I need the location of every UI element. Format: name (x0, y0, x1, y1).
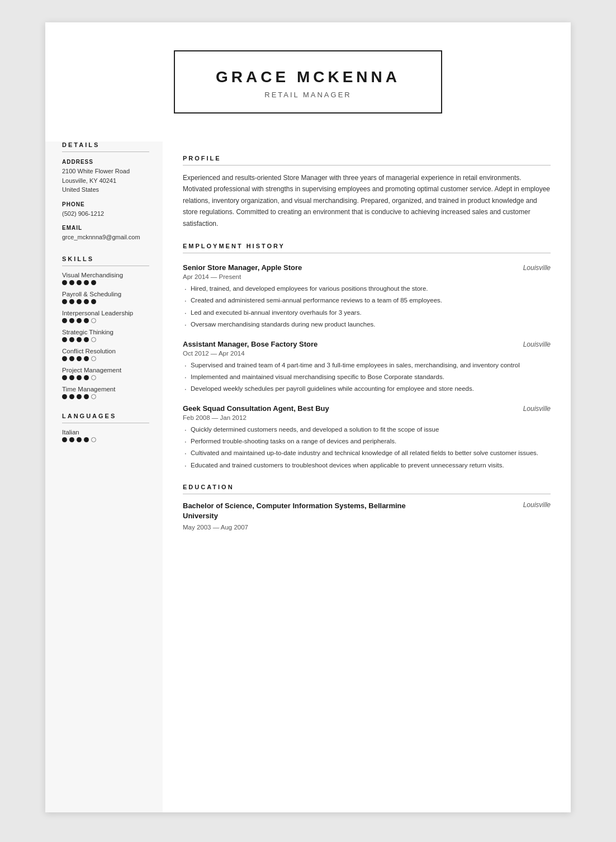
dot-filled (77, 356, 82, 361)
education-section-title: EDUCATION (183, 484, 551, 494)
dot-filled (77, 375, 82, 380)
main-layout: DETAILS ADDRESS 2100 White Flower Road L… (45, 141, 571, 812)
job-header: Assistant Manager, Bose Factory StoreLou… (183, 340, 551, 348)
dot-filled (62, 318, 67, 323)
dot-filled (62, 337, 67, 342)
skill-name: Project Management (62, 367, 149, 373)
sidebar: DETAILS ADDRESS 2100 White Flower Road L… (45, 141, 163, 812)
job-item: Assistant Manager, Bose Factory StoreLou… (183, 340, 551, 394)
dot-filled (69, 337, 74, 342)
dot-empty (91, 437, 96, 442)
dot-filled (69, 280, 74, 285)
job-bullet: Led and executed bi-annual inventory ove… (183, 308, 551, 318)
skill-dots (62, 299, 149, 304)
dot-filled (84, 394, 89, 399)
candidate-title: RETAIL MANAGER (197, 91, 419, 99)
job-bullet: Educated and trained customers to troubl… (183, 460, 551, 470)
job-bullet: Cultivated and maintained up-to-date ind… (183, 448, 551, 458)
candidate-name: GRACE MCKENNA (197, 68, 419, 86)
dot-filled (62, 356, 67, 361)
skill-name: Time Management (62, 386, 149, 392)
dot-filled (69, 356, 74, 361)
email-value: grce_mcknnna9@gmail.com (62, 233, 149, 242)
skill-dots (62, 356, 149, 361)
dot-filled (62, 437, 67, 442)
job-bullet: Developed weekly schedules per payroll g… (183, 384, 551, 394)
dot-filled (69, 318, 74, 323)
job-title: Geek Squad Consultation Agent, Best Buy (183, 404, 329, 413)
job-dates: Oct 2012 — Apr 2014 (183, 350, 551, 357)
skill-dots (62, 337, 149, 342)
skill-item: Payroll & Scheduling (62, 291, 149, 304)
dot-empty (91, 337, 96, 342)
dot-filled (84, 280, 89, 285)
jobs-list: Senior Store Manager, Apple StoreLouisvi… (183, 263, 551, 470)
education-item: Bachelor of Science, Computer Informatio… (183, 501, 551, 530)
dot-filled (62, 394, 67, 399)
employment-section-title: EMPLOYMENT HISTORY (183, 243, 551, 253)
job-item: Senior Store Manager, Apple StoreLouisvi… (183, 263, 551, 330)
job-location: Louisville (523, 264, 551, 272)
job-bullet: Supervised and trained team of 4 part-ti… (183, 360, 551, 370)
job-bullet: Created and administered semi-annual per… (183, 295, 551, 305)
dot-filled (77, 280, 82, 285)
skill-item: Interpersonal Leadership (62, 310, 149, 323)
language-name: Italian (62, 429, 149, 436)
job-bullet: Oversaw merchandising standards during n… (183, 319, 551, 329)
dot-filled (69, 437, 74, 442)
header-box: GRACE MCKENNA RETAIL MANAGER (174, 50, 442, 113)
job-header: Senior Store Manager, Apple StoreLouisvi… (183, 263, 551, 272)
job-dates: Apr 2014 — Present (183, 273, 551, 280)
skill-item: Strategic Thinking (62, 329, 149, 342)
skills-title: SKILLS (62, 256, 149, 266)
phone-label: PHONE (62, 201, 149, 207)
language-item: Italian (62, 429, 149, 442)
skill-dots (62, 375, 149, 380)
skill-name: Visual Merchandising (62, 272, 149, 278)
dot-filled (77, 337, 82, 342)
job-header: Geek Squad Consultation Agent, Best BuyL… (183, 404, 551, 413)
dot-filled (84, 356, 89, 361)
dot-filled (69, 394, 74, 399)
education-list: Bachelor of Science, Computer Informatio… (183, 501, 551, 530)
job-bullet: Hired, trained, and developed employees … (183, 283, 551, 294)
skill-item: Project Management (62, 367, 149, 380)
job-item: Geek Squad Consultation Agent, Best BuyL… (183, 404, 551, 471)
dot-filled (69, 375, 74, 380)
details-section: DETAILS ADDRESS 2100 White Flower Road L… (62, 141, 149, 242)
skill-name: Payroll & Scheduling (62, 291, 149, 297)
dot-filled (91, 299, 96, 304)
skill-name: Interpersonal Leadership (62, 310, 149, 316)
edu-header: Bachelor of Science, Computer Informatio… (183, 501, 551, 521)
address-label: ADDRESS (62, 159, 149, 165)
dot-filled (62, 280, 67, 285)
languages-title: LANGUAGES (62, 413, 149, 423)
dot-filled (84, 318, 89, 323)
dot-filled (84, 437, 89, 442)
skill-item: Visual Merchandising (62, 272, 149, 285)
dot-filled (84, 375, 89, 380)
details-title: DETAILS (62, 141, 149, 152)
dot-filled (62, 299, 67, 304)
edu-location: Louisville (523, 501, 551, 509)
dot-filled (77, 318, 82, 323)
job-title: Assistant Manager, Bose Factory Store (183, 340, 318, 348)
dot-empty (91, 318, 96, 323)
job-bullets: Supervised and trained team of 4 part-ti… (183, 360, 551, 394)
email-label: EMAIL (62, 225, 149, 231)
dot-filled (77, 437, 82, 442)
dot-filled (77, 394, 82, 399)
skill-item: Conflict Resolution (62, 348, 149, 361)
dot-filled (84, 337, 89, 342)
dot-empty (91, 375, 96, 380)
dot-filled (91, 280, 96, 285)
job-bullets: Quickly determined customers needs, and … (183, 424, 551, 471)
address-line2: Lousville, KY 40241 (62, 176, 149, 186)
languages-section: LANGUAGES Italian (62, 413, 149, 442)
address-line1: 2100 White Flower Road (62, 167, 149, 176)
skill-item: Time Management (62, 386, 149, 399)
dot-filled (69, 299, 74, 304)
edu-title: Bachelor of Science, Computer Informatio… (183, 501, 418, 521)
phone-value: (502) 906-1212 (62, 209, 149, 219)
dot-empty (91, 394, 96, 399)
